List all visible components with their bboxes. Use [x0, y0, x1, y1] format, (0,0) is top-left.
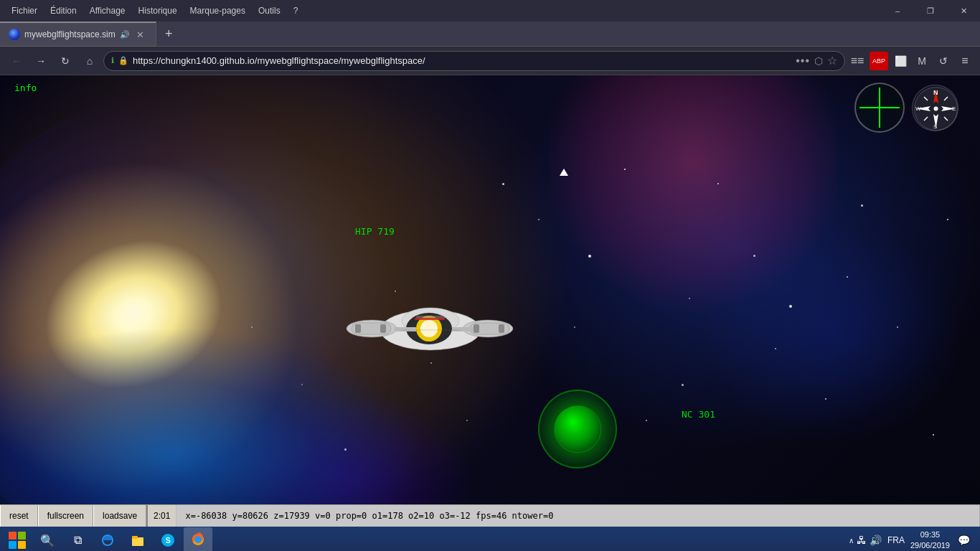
svg-point-18: [420, 320, 438, 337]
explorer-icon: [131, 533, 145, 547]
close-button[interactable]: ✕: [947, 0, 980, 22]
menu-historique[interactable]: Historique: [133, 3, 183, 19]
reset-button[interactable]: reset: [0, 505, 38, 527]
svg-rect-27: [395, 327, 416, 331]
taskbar-firefox[interactable]: [184, 527, 212, 551]
adblock-icon[interactable]: ABP: [870, 52, 888, 70]
star: [502, 183, 504, 185]
game-area[interactable]: info HIP 719 NC 301: [0, 75, 980, 504]
star: [251, 326, 253, 328]
taskbar-skype[interactable]: S: [154, 527, 182, 551]
search-taskbar-icon: 🔍: [40, 534, 55, 547]
logo-q4: [18, 541, 26, 549]
menu-fichier[interactable]: Fichier: [6, 3, 43, 19]
taskbar-clock: 09:35 29/06/2019: [910, 529, 950, 551]
star: [717, 183, 719, 184]
svg-point-9: [934, 106, 938, 110]
menu-help[interactable]: ?: [288, 3, 304, 19]
svg-text:E: E: [952, 105, 956, 112]
windows-logo: [9, 532, 26, 549]
taskbar-time-val: 09:35: [910, 529, 950, 540]
star: [861, 204, 863, 207]
edge-icon: [100, 533, 115, 547]
taskbar-search[interactable]: 🔍: [33, 527, 62, 551]
info-label: info: [14, 83, 37, 93]
menu-bar: Fichier Édition Affichage Historique Mar…: [0, 3, 881, 19]
reader-icon[interactable]: ⬜: [891, 52, 910, 70]
tab-close-button[interactable]: ✕: [134, 28, 147, 41]
star: [301, 384, 303, 385]
mail-icon[interactable]: M: [913, 52, 931, 70]
network-icon: 🖧: [857, 534, 867, 546]
notification-button[interactable]: 💬: [953, 527, 974, 551]
loadsave-button[interactable]: loadsave: [93, 505, 146, 527]
nav-extras: ≡≡ ABP ⬜ M ↺ ≡: [848, 52, 974, 70]
language-label: FRA: [885, 535, 908, 545]
svg-text:W: W: [915, 105, 921, 112]
star2-label: NC 301: [682, 409, 715, 420]
volume-icon[interactable]: 🔊: [870, 534, 882, 546]
system-tray: ∧ 🖧 🔊 FRA 09:35 29/06/2019 💬: [846, 527, 977, 551]
skype-icon: S: [161, 533, 175, 547]
forward-button[interactable]: →: [30, 51, 52, 71]
fullscreen-button[interactable]: fullscreen: [38, 505, 93, 527]
star: [538, 219, 540, 220]
pointer-triangle: [560, 169, 568, 176]
taskbar-date-val: 29/06/2019: [910, 540, 950, 551]
lock-icon: ℹ: [111, 56, 114, 65]
star: [682, 384, 684, 386]
url-bar[interactable]: ℹ 🔒 https://chungkn1400.github.io/mywebg…: [103, 51, 845, 71]
star: [847, 276, 848, 278]
statusbar: reset fullscreen loadsave 2:01 x=-86038 …: [0, 504, 980, 526]
home-button[interactable]: ⌂: [79, 51, 100, 71]
menu-marque-pages[interactable]: Marque-pages: [184, 3, 251, 19]
spaceship: [323, 283, 524, 377]
crosshair-hud: [854, 83, 905, 133]
star: [933, 434, 934, 435]
tab-title: mywebglflightspace.sim: [24, 29, 116, 39]
back-button[interactable]: ←: [6, 51, 27, 71]
taskbar-edge[interactable]: [93, 527, 122, 551]
svg-rect-21: [355, 324, 361, 333]
star: [947, 219, 948, 220]
firefox-icon: [191, 532, 205, 547]
svg-rect-26: [499, 324, 504, 333]
url-text: https://chungkn1400.github.io/mywebglfli…: [133, 55, 791, 66]
taskbar-apps: 🔍 ⧉ S: [33, 527, 844, 551]
library-icon[interactable]: ≡≡: [848, 52, 867, 70]
logo-q3: [9, 541, 17, 549]
radar-display: [538, 390, 617, 468]
window-controls: – ❐ ✕: [881, 0, 980, 22]
star: [646, 420, 647, 421]
new-tab-button[interactable]: +: [156, 22, 182, 47]
active-tab[interactable]: mywebglflightspace.sim 🔊 ✕: [0, 22, 156, 47]
taskbar-task-view[interactable]: ⧉: [63, 527, 92, 551]
menu-affichage[interactable]: Affichage: [84, 3, 131, 19]
svg-rect-28: [452, 327, 473, 331]
sync-icon[interactable]: ↺: [934, 52, 953, 70]
tab-audio-icon: 🔊: [120, 30, 130, 39]
windows-taskbar: 🔍 ⧉ S: [0, 526, 980, 551]
browser-menu-icon[interactable]: ≡: [956, 52, 974, 70]
taskbar-explorer[interactable]: [123, 527, 152, 551]
tray-expand-icon[interactable]: ∧: [849, 537, 854, 545]
star: [897, 326, 898, 328]
star: [789, 305, 792, 308]
game-time: 2:01: [146, 505, 176, 527]
svg-rect-31: [415, 318, 445, 320]
svg-text:N: N: [933, 89, 938, 96]
titlebar: Fichier Édition Affichage Historique Mar…: [0, 0, 980, 22]
logo-q1: [9, 532, 17, 540]
svg-text:S: S: [166, 536, 171, 545]
menu-outils[interactable]: Outils: [253, 3, 286, 19]
star: [588, 255, 591, 258]
hud-top-right: N S E W: [854, 83, 958, 133]
svg-text:S: S: [933, 123, 937, 130]
reload-button[interactable]: ↻: [55, 51, 76, 71]
task-view-icon: ⧉: [74, 534, 82, 547]
compass-rose: N S E W: [912, 85, 958, 131]
start-button[interactable]: [3, 527, 32, 551]
menu-edition[interactable]: Édition: [44, 3, 83, 19]
minimize-button[interactable]: –: [881, 0, 914, 22]
maximize-button[interactable]: ❐: [914, 0, 947, 22]
